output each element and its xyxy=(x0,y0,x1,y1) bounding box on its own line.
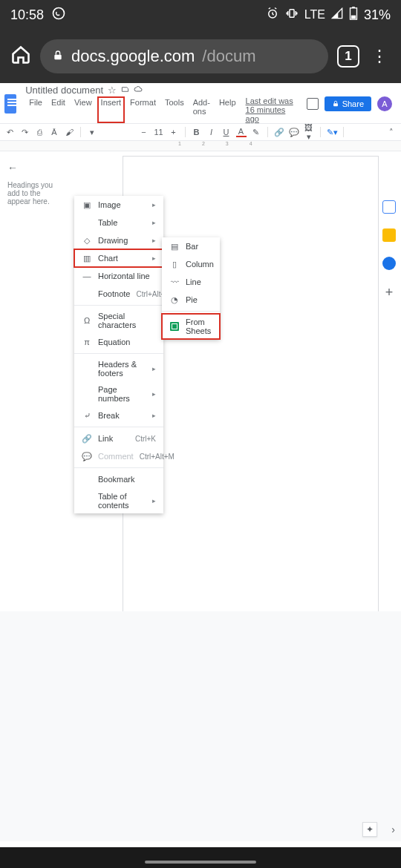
menu-tools[interactable]: Tools xyxy=(161,96,188,123)
insert-equation[interactable]: πEquation xyxy=(74,333,163,351)
docs-logo-icon[interactable] xyxy=(4,94,16,114)
address-bar[interactable]: docs.google.com/docum xyxy=(40,39,328,73)
comments-icon[interactable] xyxy=(307,98,319,110)
font-size-inc[interactable]: + xyxy=(169,128,179,137)
menu-format[interactable]: Format xyxy=(126,96,160,123)
bold-icon[interactable]: B xyxy=(192,128,202,137)
print-icon[interactable]: ⎙ xyxy=(34,128,45,137)
italic-icon[interactable]: I xyxy=(206,128,217,137)
side-panel-rail: + xyxy=(380,200,398,300)
home-icon[interactable] xyxy=(10,45,31,68)
insert-bookmark[interactable]: Bookmark xyxy=(74,470,163,488)
chart-from-sheets[interactable]: From Sheets xyxy=(162,314,220,339)
insert-page-numbers[interactable]: Page numbers▸ xyxy=(74,381,163,407)
outline-back-icon[interactable]: ← xyxy=(7,162,67,174)
gesture-bar[interactable] xyxy=(145,861,256,864)
insert-image[interactable]: ▣Image▸ xyxy=(74,196,163,214)
outline-pane: ← Headings you add to the appear here. xyxy=(0,151,74,671)
menu-insert[interactable]: Insert xyxy=(97,96,125,123)
calendar-icon[interactable] xyxy=(382,200,396,214)
vibrate-icon xyxy=(285,7,299,23)
tab-switcher[interactable]: 1 xyxy=(337,45,359,68)
insert-chart[interactable]: ▥Chart▸ xyxy=(74,249,163,267)
spellcheck-icon[interactable]: Ā xyxy=(49,128,59,137)
drawing-icon: ◇ xyxy=(82,235,92,246)
whatsapp-icon xyxy=(51,6,66,24)
font-size-dec[interactable]: − xyxy=(139,128,149,137)
paint-format-icon[interactable]: 🖌 xyxy=(64,128,74,137)
insert-table[interactable]: Table▸ xyxy=(74,214,163,231)
docs-header: Untitled document ☆ File Edit View Inser… xyxy=(0,83,401,123)
svg-point-0 xyxy=(53,7,65,19)
chart-submenu-panel: ▤Bar ▯Column 〰Line ◔Pie From Sheets xyxy=(162,237,220,339)
text-color-icon[interactable]: A xyxy=(236,127,247,137)
undo-icon[interactable]: ↶ xyxy=(4,128,15,137)
hline-icon: — xyxy=(82,271,92,281)
viewport-overflow xyxy=(0,611,401,841)
android-status-bar: 10:58 LTE 31% xyxy=(0,0,401,30)
menu-help[interactable]: Help xyxy=(215,96,240,123)
collapse-toolbar-icon[interactable]: ˄ xyxy=(386,128,397,137)
alarm-icon xyxy=(266,7,279,23)
underline-icon[interactable]: U xyxy=(221,128,232,137)
star-icon[interactable]: ☆ xyxy=(108,85,117,96)
formatting-toolbar: ↶ ↷ ⎙ Ā 🖌 ▾ − 11 + B I U A ✎ 🔗 💬 🖼▾ ✎▾ ˄ xyxy=(0,123,401,141)
highlight-icon[interactable]: ✎ xyxy=(251,128,261,137)
insert-comment-icon[interactable]: 💬 xyxy=(289,128,299,137)
svg-rect-7 xyxy=(333,103,338,106)
lock-icon xyxy=(52,50,64,64)
share-button[interactable]: Share xyxy=(325,96,371,111)
insert-comment[interactable]: 💬CommentCtrl+Alt+M xyxy=(74,447,163,465)
url-path: /docum xyxy=(202,47,255,66)
editing-mode-icon[interactable]: ✎▾ xyxy=(327,128,337,137)
battery-percent: 31% xyxy=(364,7,391,23)
menu-addons[interactable]: Add-ons xyxy=(189,96,214,123)
menu-bar: File Edit View Insert Format Tools Add-o… xyxy=(25,96,300,123)
insert-break[interactable]: ⤶Break▸ xyxy=(74,407,163,424)
insert-link[interactable]: 🔗LinkCtrl+K xyxy=(74,430,163,447)
addons-plus-icon[interactable]: + xyxy=(385,285,394,300)
insert-hline[interactable]: —Horizontal line xyxy=(74,267,163,285)
side-panel-toggle-icon[interactable]: › xyxy=(391,823,395,835)
battery-icon xyxy=(349,7,358,23)
insert-toc[interactable]: Table of contents▸ xyxy=(74,488,163,513)
outline-hint2: appear here. xyxy=(7,197,67,206)
svg-rect-5 xyxy=(351,16,356,19)
browser-toolbar: docs.google.com/docum 1 ⋮ xyxy=(0,30,401,83)
svg-rect-2 xyxy=(290,10,294,18)
line-chart-icon: 〰 xyxy=(169,277,180,287)
insert-special-chars[interactable]: ΩSpecial characters xyxy=(74,308,163,333)
document-title[interactable]: Untitled document xyxy=(25,85,103,96)
zoom-dropdown[interactable]: ▾ xyxy=(87,128,97,137)
menu-view[interactable]: View xyxy=(71,96,96,123)
insert-menu-panel: ▣Image▸ Table▸ ◇Drawing▸ ▥Chart▸ —Horizo… xyxy=(74,196,163,513)
keep-icon[interactable] xyxy=(382,228,396,242)
pie-chart-icon: ◔ xyxy=(169,295,180,305)
insert-drawing[interactable]: ◇Drawing▸ xyxy=(74,231,163,249)
clock: 10:58 xyxy=(10,7,44,23)
overflow-menu-icon[interactable]: ⋮ xyxy=(368,47,391,66)
outline-hint: Headings you add to the xyxy=(7,181,67,197)
chart-bar[interactable]: ▤Bar xyxy=(162,237,220,255)
chart-pie[interactable]: ◔Pie xyxy=(162,291,220,309)
pi-icon: π xyxy=(82,337,92,347)
insert-image-icon[interactable]: 🖼▾ xyxy=(304,123,314,142)
cloud-status-icon[interactable] xyxy=(134,85,143,96)
redo-icon[interactable]: ↷ xyxy=(19,128,30,137)
insert-link-icon[interactable]: 🔗 xyxy=(274,128,284,137)
chart-line[interactable]: 〰Line xyxy=(162,273,220,291)
insert-footnote[interactable]: FootnoteCtrl+Alt+F xyxy=(74,285,163,303)
account-avatar[interactable]: A xyxy=(377,96,392,111)
menu-edit[interactable]: Edit xyxy=(48,96,69,123)
url-host: docs.google.com xyxy=(71,47,195,66)
tasks-icon[interactable] xyxy=(382,257,396,270)
explore-button[interactable]: ✦ xyxy=(362,822,377,837)
menu-file[interactable]: File xyxy=(25,96,46,123)
font-size[interactable]: 11 xyxy=(154,128,164,137)
insert-headers-footers[interactable]: Headers & footers▸ xyxy=(74,356,163,381)
last-edit-link[interactable]: Last edit was 16 minutes ago xyxy=(246,96,301,123)
chart-column[interactable]: ▯Column xyxy=(162,255,220,273)
image-icon: ▣ xyxy=(82,200,92,210)
move-icon[interactable] xyxy=(121,85,129,96)
android-nav-bar xyxy=(0,847,401,868)
